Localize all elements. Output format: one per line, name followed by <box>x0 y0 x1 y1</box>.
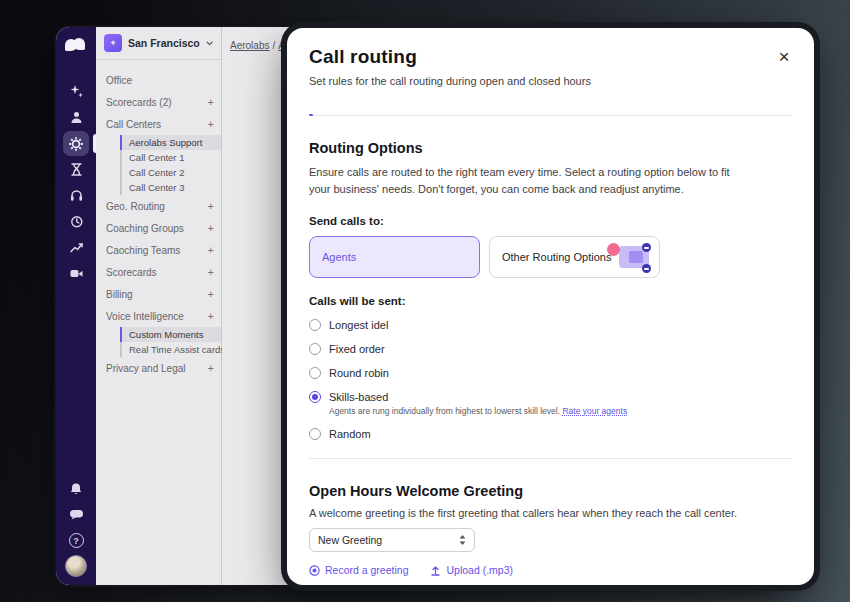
org-name: San Francisco <box>128 37 200 49</box>
routing-card-label: Other Routing Options <box>502 251 611 263</box>
analytics-icon[interactable] <box>63 235 89 260</box>
sidebar-nav: Office Scorecards (2) + Call Centers + A… <box>96 60 221 585</box>
radio-option[interactable]: Fixed order <box>309 343 792 355</box>
routing-flow-illustration-icon <box>607 243 651 273</box>
sidebar-item-label: Scorecards <box>106 267 208 278</box>
routing-tab[interactable] <box>309 103 313 115</box>
dialpad-logo-icon[interactable] <box>65 37 87 53</box>
modal-subtitle: Set rules for the call routing during op… <box>309 75 792 87</box>
send-calls-label: Send calls to: <box>309 215 792 227</box>
chat-icon[interactable] <box>63 502 89 527</box>
contacts-icon[interactable] <box>63 105 89 130</box>
radio-option-label: Round robin <box>329 367 389 379</box>
sidebar-item[interactable]: Coaching Groups + <box>96 217 221 239</box>
record-greeting-link[interactable]: Record a greeting <box>309 564 408 576</box>
radio-option-label: Random <box>329 428 371 440</box>
support-headset-icon[interactable] <box>63 183 89 208</box>
sidebar-item[interactable]: Privacy and Legal + <box>96 357 221 379</box>
sidebar-item[interactable]: Caoching Teams + <box>96 239 221 261</box>
sidebar-item[interactable]: Custom Moments <box>120 327 221 342</box>
sidebar-item-label: Call Centers <box>106 119 208 130</box>
greeting-select[interactable]: New Greeting <box>309 528 475 552</box>
screen-recording-icon[interactable] <box>63 261 89 286</box>
sidebar-item-label: Privacy and Legal <box>106 363 208 374</box>
radio-button[interactable] <box>309 319 321 331</box>
radio-button[interactable] <box>309 367 321 379</box>
sidebar-item[interactable]: Scorecards + <box>96 261 221 283</box>
breadcrumb-link-aerolabs[interactable]: Aerolabs <box>230 40 269 51</box>
sidebar-item[interactable]: Call Center 1 <box>120 150 221 165</box>
radio-option-label: Fixed order <box>329 343 385 355</box>
ai-sparkles-icon[interactable] <box>63 79 89 104</box>
select-arrows-icon <box>459 535 466 545</box>
radio-button[interactable] <box>309 428 321 440</box>
sidebar-item[interactable]: Call Center 3 <box>120 180 221 195</box>
help-icon[interactable]: ? <box>69 533 84 548</box>
expand-plus-icon[interactable]: + <box>208 200 214 212</box>
radio-button[interactable] <box>309 391 321 403</box>
sidebar-item-label: Real Time Assist cards <box>129 344 225 355</box>
settings-gear-icon[interactable] <box>63 131 89 156</box>
expand-plus-icon[interactable]: + <box>208 362 214 374</box>
expand-plus-icon[interactable]: + <box>208 118 214 130</box>
sidebar-item[interactable]: Scorecards (2) + <box>96 91 221 113</box>
routing-option-card[interactable]: Other Routing Options <box>489 236 660 278</box>
sidebar-item-label: Call Center 2 <box>129 167 184 178</box>
sidebar-item-label: Office <box>106 75 214 86</box>
sidebar-item[interactable]: Office <box>96 69 221 91</box>
calls-sent-label: Calls will be sent: <box>309 295 792 307</box>
call-distribution-options: Longest idel Fixed order Round robin Ski… <box>309 319 792 440</box>
left-icon-rail: ? <box>56 27 96 585</box>
greeting-select-value: New Greeting <box>318 534 459 546</box>
call-routing-modal: Call routing × Set rules for the call ro… <box>287 28 814 585</box>
queue-hourglass-icon[interactable] <box>63 157 89 182</box>
user-avatar[interactable] <box>65 555 87 577</box>
sidebar-item[interactable]: Call Center 2 <box>120 165 221 180</box>
record-greeting-label: Record a greeting <box>325 564 408 576</box>
chevron-down-icon <box>206 40 213 47</box>
radio-option[interactable]: Skills-based Agents are rung individuall… <box>309 391 792 416</box>
expand-plus-icon[interactable]: + <box>208 244 214 256</box>
history-icon[interactable] <box>63 209 89 234</box>
routing-tabs <box>309 103 792 116</box>
routing-tab[interactable] <box>337 103 341 115</box>
section-divider <box>309 458 792 459</box>
close-icon[interactable]: × <box>772 44 796 68</box>
sidebar-item[interactable]: Aerolabs Support <box>120 135 221 150</box>
expand-plus-icon[interactable]: + <box>208 222 214 234</box>
sidebar-item-label: Caoching Teams <box>106 245 208 256</box>
greeting-description: A welcome greeting is the first greeting… <box>309 507 792 519</box>
expand-plus-icon[interactable]: + <box>208 96 214 108</box>
routing-options-description: Ensure calls are routed to the right tea… <box>309 164 739 198</box>
expand-plus-icon[interactable]: + <box>208 266 214 278</box>
sidebar-item[interactable]: Call Centers + <box>96 113 221 135</box>
sidebar-item-label: Scorecards (2) <box>106 97 208 108</box>
radio-help-text: Agents are rung individually from highes… <box>329 406 792 416</box>
send-calls-cards: Agents Other Routing Options <box>309 236 792 278</box>
upload-mp3-link[interactable]: Upload (.mp3) <box>430 564 513 576</box>
sidebar-item[interactable]: Billing + <box>96 283 221 305</box>
expand-plus-icon[interactable]: + <box>208 310 214 322</box>
record-icon <box>309 565 320 576</box>
sidebar-item[interactable]: Real Time Assist cards <box>120 342 221 357</box>
sidebar-item-label: Coaching Groups <box>106 223 208 234</box>
rate-your-agents-link[interactable]: Rate your agents <box>562 406 627 416</box>
greeting-heading: Open Hours Welcome Greeting <box>309 483 792 499</box>
modal-title: Call routing <box>309 46 792 68</box>
radio-option[interactable]: Longest idel <box>309 319 792 331</box>
routing-card-label: Agents <box>322 251 356 263</box>
sidebar-item[interactable]: Voice Intelligence + <box>96 305 221 327</box>
upload-mp3-label: Upload (.mp3) <box>446 564 513 576</box>
radio-option[interactable]: Round robin <box>309 367 792 379</box>
expand-plus-icon[interactable]: + <box>208 288 214 300</box>
breadcrumb-separator: / <box>272 40 275 51</box>
radio-option-label: Skills-based <box>329 391 388 403</box>
radio-option[interactable]: Random <box>309 428 792 440</box>
sidebar-item-label: Aerolabs Support <box>129 137 202 148</box>
notifications-bell-icon[interactable] <box>63 476 89 501</box>
routing-option-card[interactable]: Agents <box>309 236 480 278</box>
sidebar-item[interactable]: Geo. Routing + <box>96 195 221 217</box>
org-switcher[interactable]: ✦ San Francisco <box>96 27 221 60</box>
routing-options-heading: Routing Options <box>309 140 792 156</box>
radio-button[interactable] <box>309 343 321 355</box>
